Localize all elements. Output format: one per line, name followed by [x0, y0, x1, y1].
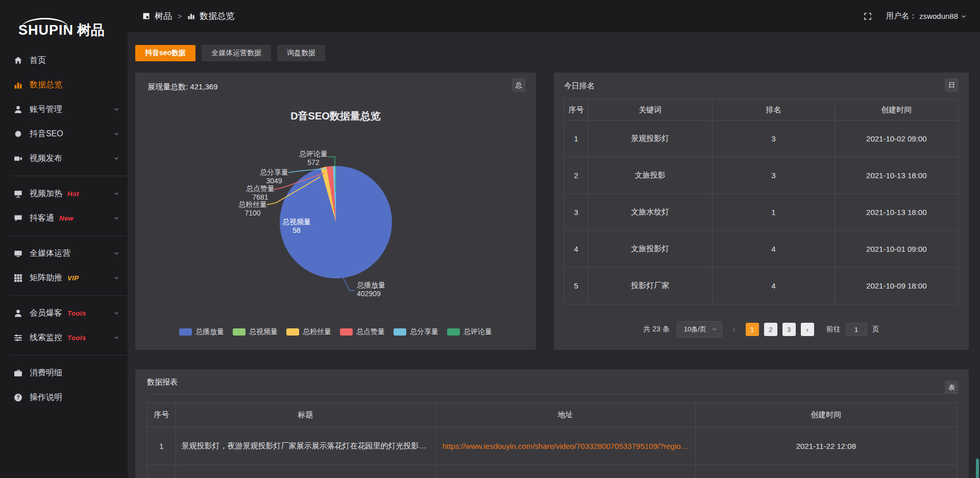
- table-row: 1景观投影灯32021-10-02 09:00: [565, 121, 959, 157]
- col-index: 序号: [565, 100, 588, 121]
- table-row: [148, 465, 957, 478]
- legend-swatch: [447, 328, 460, 336]
- sidebar-item-label: 首页: [30, 55, 46, 66]
- monitor-icon: [14, 249, 23, 258]
- sidebar-divider: [10, 295, 128, 296]
- col-index: 序号: [148, 403, 176, 427]
- next-page-button[interactable]: ›: [801, 323, 814, 336]
- video-camera-icon: [14, 154, 23, 163]
- chevron-down-icon: [113, 106, 119, 112]
- sidebar-item-video-publish[interactable]: 视频发布: [0, 146, 128, 171]
- logo-text-cn: 树品: [77, 22, 105, 38]
- sidebar-item-matrix-boost[interactable]: 矩阵助推 VIP: [0, 266, 128, 290]
- sidebar-item-clue-monitor[interactable]: 线索监控 Tools: [0, 325, 128, 350]
- table-row: 3文旅水纹灯12021-10-13 18:00: [565, 194, 959, 231]
- wallet-icon: [14, 369, 23, 377]
- tab-douyin-seo-data[interactable]: 抖音seo数据: [135, 45, 195, 61]
- legend-item[interactable]: 总点赞量: [340, 327, 385, 337]
- data-report-card: 数据报表 表 序号 标题 地址 创建时间 1 景观投影灯，夜游景观投影灯厂家展示…: [135, 369, 969, 478]
- page-button-2[interactable]: 2: [764, 323, 777, 336]
- table-badge-button[interactable]: 表: [945, 380, 959, 394]
- breadcrumb-root[interactable]: 树品: [155, 10, 172, 22]
- hot-badge: Hot: [67, 190, 79, 198]
- bar-chart-icon: [14, 81, 23, 89]
- legend-item[interactable]: 总播放量: [179, 327, 224, 337]
- question-icon: ?: [14, 393, 23, 402]
- pagination: 共 23 条 10条/页 ‹ 1 2 3 › 前往 页: [554, 321, 969, 338]
- sidebar-item-data-overview[interactable]: 数据总览: [0, 73, 128, 97]
- sliders-icon: [14, 333, 23, 342]
- sidebar-item-consumption[interactable]: 消费明细: [0, 361, 128, 385]
- legend-swatch: [233, 328, 246, 336]
- person-icon: [14, 309, 23, 318]
- pie-label-likes: 总点赞量7681: [237, 184, 284, 202]
- legend-item[interactable]: 总粉丝量: [286, 327, 331, 337]
- table-row: 2文旅投影32021-10-13 18:00: [565, 157, 959, 194]
- legend-swatch: [286, 328, 299, 336]
- prev-page-button[interactable]: ‹: [732, 324, 736, 334]
- sidebar-item-home[interactable]: 首页: [0, 48, 128, 73]
- sidebar-item-label: 会员爆客: [30, 308, 62, 319]
- tab-inquiry-data[interactable]: 询盘数据: [277, 45, 325, 61]
- chevron-down-icon: [961, 13, 967, 19]
- sidebar-item-media-operation[interactable]: 全媒体运营: [0, 241, 128, 266]
- pie-label-videos: 总视频量58: [278, 218, 315, 235]
- legend-swatch: [394, 328, 406, 336]
- legend-item[interactable]: 总分享量: [394, 327, 438, 337]
- sidebar-item-help[interactable]: ? 操作说明: [0, 385, 128, 410]
- new-badge: New: [59, 214, 74, 222]
- legend-item[interactable]: 总视频量: [233, 327, 278, 337]
- tools-badge: Tools: [67, 309, 86, 317]
- sidebar-item-douyin-seo[interactable]: 抖音SEO: [0, 122, 128, 146]
- page-button-3[interactable]: 3: [782, 323, 796, 336]
- chevron-down-icon: [712, 326, 717, 332]
- pie-label-fans: 总粉丝量7100: [229, 200, 276, 218]
- pagination-total: 共 23 条: [643, 325, 669, 334]
- col-title: 标题: [176, 403, 435, 427]
- chevron-down-icon: [113, 131, 119, 137]
- data-tabs: 抖音seo数据 全媒体运营数据 询盘数据: [135, 45, 969, 61]
- user-icon: [14, 105, 23, 114]
- user-menu[interactable]: 用户名：zswodun88: [886, 11, 967, 21]
- chevron-down-icon: [113, 215, 119, 221]
- legend-swatch: [340, 328, 353, 336]
- app-logo[interactable]: SHUPIN 树品: [0, 0, 128, 42]
- total-badge-button[interactable]: 总: [512, 78, 526, 92]
- breadcrumb-separator: >: [178, 12, 182, 20]
- report-card-title: 数据报表: [147, 377, 178, 386]
- breadcrumb-current[interactable]: 数据总览: [200, 10, 234, 22]
- vip-badge: VIP: [67, 274, 79, 282]
- goto-page-input[interactable]: [846, 323, 867, 336]
- day-badge-button[interactable]: 日: [945, 78, 959, 92]
- fullscreen-icon[interactable]: [864, 12, 872, 20]
- chevron-down-icon: [113, 275, 119, 281]
- col-created: 创建时间: [695, 403, 957, 427]
- goto-unit: 页: [872, 325, 879, 334]
- sidebar-item-doukertong[interactable]: 抖客通 New: [0, 206, 128, 230]
- page-button-1[interactable]: 1: [746, 323, 759, 336]
- sidebar-item-video-heat[interactable]: 视频加热 Hot: [0, 181, 128, 206]
- table-row: 4文旅投影灯42021-10-01 09:00: [565, 231, 959, 268]
- scrollbar-thumb[interactable]: [976, 459, 979, 478]
- col-url: 地址: [435, 403, 695, 427]
- sidebar-item-label: 视频发布: [30, 153, 62, 164]
- app-square-icon: [142, 12, 150, 20]
- pie-label-plays: 总播放量402909: [357, 281, 413, 298]
- col-rank: 排名: [713, 100, 835, 121]
- sidebar-item-account[interactable]: 账号管理: [0, 97, 128, 122]
- video-url-link[interactable]: https://www.iesdouyin.com/share/video/70…: [443, 442, 689, 450]
- breadcrumb: 树品 > 数据总览: [142, 10, 234, 22]
- comment-icon: [14, 214, 23, 223]
- sidebar-item-label: 消费明细: [30, 368, 62, 378]
- today-ranking-card: 今日排名 日 序号 关键词 排名 创建时间 1景观投影灯32021-10-02 …: [554, 73, 969, 350]
- sidebar-item-member-tools[interactable]: 会员爆客 Tools: [0, 301, 128, 325]
- tools-badge: Tools: [67, 334, 86, 342]
- video-title: 景观投影灯，夜游景观投影灯厂家展示展示落花灯在花园里的灯光投影应用效果 #: [177, 441, 435, 451]
- breadcrumb-chart-icon: [187, 12, 195, 20]
- impressions-total: 展现量总数: 421,369: [148, 82, 218, 91]
- legend-item[interactable]: 总评论量: [447, 327, 492, 337]
- tab-media-operation-data[interactable]: 全媒体运营数据: [202, 45, 271, 61]
- sidebar-item-label: 数据总览: [30, 80, 62, 90]
- topbar: 树品 > 数据总览 用户名：zswodun88: [128, 0, 980, 33]
- page-size-select[interactable]: 10条/页: [677, 321, 722, 338]
